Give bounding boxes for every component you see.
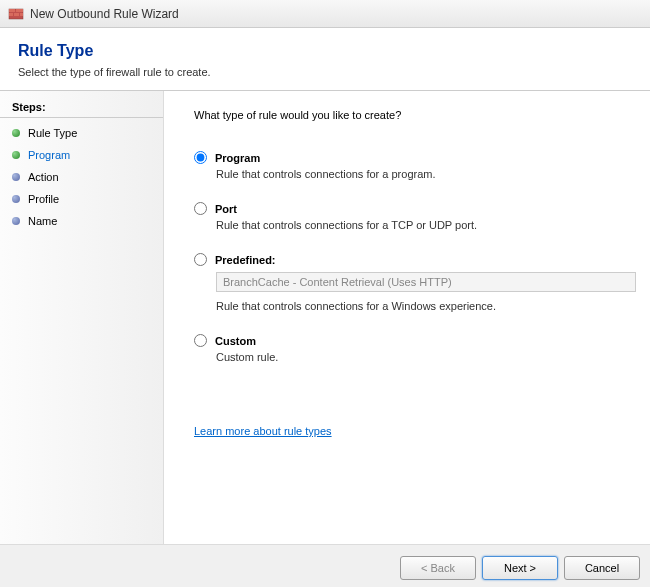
page-subtitle: Select the type of firewall rule to crea… (18, 66, 632, 78)
step-label: Rule Type (28, 127, 77, 139)
step-rule-type[interactable]: Rule Type (0, 122, 163, 144)
bullet-icon (12, 217, 20, 225)
option-predefined-desc: Rule that controls connections for a Win… (216, 300, 636, 312)
svg-rect-4 (14, 13, 19, 16)
option-port-desc: Rule that controls connections for a TCP… (216, 219, 636, 231)
content-panel: What type of rule would you like to crea… (164, 91, 650, 544)
bullet-icon (12, 195, 20, 203)
predefined-select[interactable] (216, 272, 636, 292)
rule-type-options: Program Rule that controls connections f… (194, 151, 636, 363)
firewall-icon (8, 6, 24, 22)
radio-program[interactable] (194, 151, 207, 164)
window-title: New Outbound Rule Wizard (30, 7, 179, 21)
option-custom-head[interactable]: Custom (194, 334, 636, 347)
option-custom-title: Custom (215, 335, 256, 347)
titlebar: New Outbound Rule Wizard (0, 0, 650, 28)
wizard-header: Rule Type Select the type of firewall ru… (0, 28, 650, 91)
option-program-head[interactable]: Program (194, 151, 636, 164)
svg-rect-2 (16, 9, 23, 12)
bullet-icon (12, 129, 20, 137)
svg-rect-5 (20, 13, 23, 16)
svg-rect-3 (9, 13, 13, 16)
option-predefined-title: Predefined: (215, 254, 276, 266)
option-port-title: Port (215, 203, 237, 215)
option-predefined: Predefined: Rule that controls connectio… (194, 253, 636, 312)
radio-port[interactable] (194, 202, 207, 215)
radio-predefined[interactable] (194, 253, 207, 266)
steps-sidebar: Steps: Rule Type Program Action Profile … (0, 91, 164, 544)
svg-rect-1 (9, 9, 15, 12)
step-label: Program (28, 149, 70, 161)
radio-custom[interactable] (194, 334, 207, 347)
bullet-icon (12, 151, 20, 159)
step-name[interactable]: Name (0, 210, 163, 232)
step-program[interactable]: Program (0, 144, 163, 166)
step-label: Profile (28, 193, 59, 205)
step-label: Name (28, 215, 57, 227)
cancel-button[interactable]: Cancel (564, 556, 640, 580)
step-label: Action (28, 171, 59, 183)
learn-more-link[interactable]: Learn more about rule types (194, 425, 332, 437)
wizard-footer: < Back Next > Cancel (0, 544, 650, 587)
question-text: What type of rule would you like to crea… (194, 109, 636, 121)
back-button[interactable]: < Back (400, 556, 476, 580)
option-port-head[interactable]: Port (194, 202, 636, 215)
step-profile[interactable]: Profile (0, 188, 163, 210)
page-title: Rule Type (18, 42, 632, 60)
bullet-icon (12, 173, 20, 181)
option-port: Port Rule that controls connections for … (194, 202, 636, 231)
next-button[interactable]: Next > (482, 556, 558, 580)
option-predefined-head[interactable]: Predefined: (194, 253, 636, 266)
option-program: Program Rule that controls connections f… (194, 151, 636, 180)
option-program-title: Program (215, 152, 260, 164)
option-custom-desc: Custom rule. (216, 351, 636, 363)
steps-header: Steps: (0, 97, 163, 118)
option-program-desc: Rule that controls connections for a pro… (216, 168, 636, 180)
step-action[interactable]: Action (0, 166, 163, 188)
option-custom: Custom Custom rule. (194, 334, 636, 363)
